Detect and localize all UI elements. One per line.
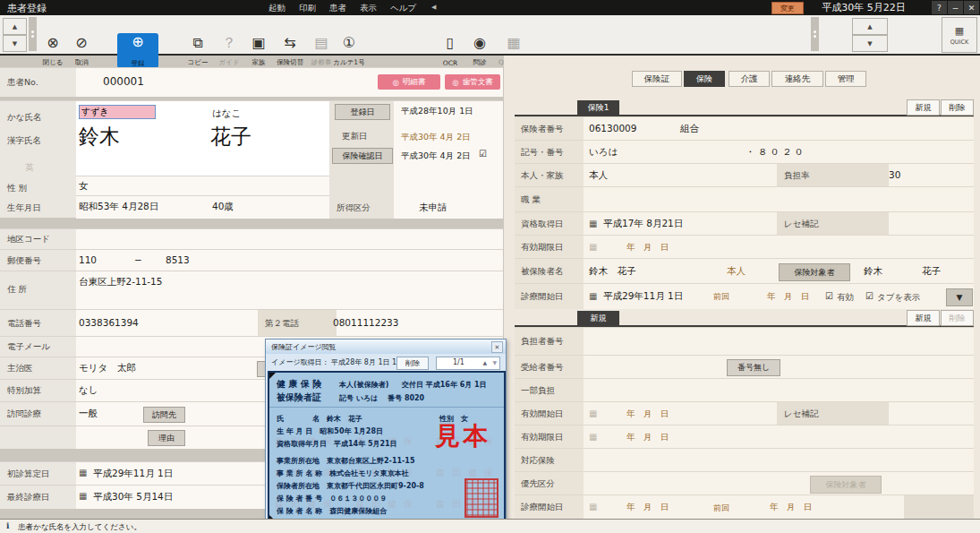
viewer-close-button[interactable]: ✕: [491, 341, 503, 353]
kohi-new-tab[interactable]: 新規: [577, 311, 619, 326]
valid-start-placeholder[interactable]: 年 月 日: [626, 408, 669, 420]
visit-destination-button[interactable]: 訪問先: [143, 407, 185, 423]
pager-up-icon[interactable]: ▲: [482, 359, 487, 365]
kohi-target-button-disabled: 保険対象者: [810, 476, 882, 494]
phone-value[interactable]: 0338361394: [79, 317, 139, 328]
first-visit-date[interactable]: 平成29年11月 1日: [93, 468, 173, 480]
zip2-value[interactable]: 8513: [166, 254, 190, 265]
reason-button[interactable]: 理由: [148, 430, 185, 446]
income-class-value[interactable]: 未申請: [419, 202, 447, 214]
toolbar-splitter-right[interactable]: [811, 17, 819, 51]
insurance-target-button[interactable]: 保険対象者: [779, 263, 850, 281]
insurance-delete-button[interactable]: 削除: [941, 99, 974, 116]
calendar-icon[interactable]: ▦: [589, 242, 597, 252]
english-name-label: 英: [25, 162, 34, 174]
viewer-title-bar[interactable]: 保険証イメージ閲覧 ✕: [266, 340, 506, 354]
kohi-start-placeholder[interactable]: 年 月 日: [626, 502, 669, 513]
self-family-value[interactable]: 本人: [589, 169, 608, 182]
insurer-type-value: 組合: [680, 123, 699, 135]
toolbar-up-button[interactable]: ▲: [852, 18, 888, 35]
tab-hoken-active[interactable]: 保険: [684, 71, 725, 87]
address-value[interactable]: 台東区上野2-11-15: [79, 276, 162, 288]
patient-no-value[interactable]: 000001: [103, 75, 144, 88]
phone-row: 電話番号 0338361394 第２電話 08011112233: [0, 309, 503, 337]
toolbar-copy-button[interactable]: ⧉ コピー: [183, 34, 213, 67]
insurance-confirm-date-button[interactable]: 保険確認日: [332, 148, 393, 164]
insurance1-tab[interactable]: 保険1: [577, 100, 619, 116]
phone2-value[interactable]: 08011112233: [333, 317, 399, 328]
rece-note-label[interactable]: レセ補記: [777, 402, 889, 426]
zip1-value[interactable]: 110: [79, 254, 97, 265]
valid-checkbox[interactable]: ☑: [825, 291, 833, 301]
toolbar-cancel-button[interactable]: ⊘ 取消: [68, 34, 95, 67]
burden-rate-value[interactable]: 30: [889, 169, 900, 180]
tab-renrakusaki[interactable]: 連絡先: [771, 71, 823, 87]
insurance-dropdown-button[interactable]: ▼: [946, 288, 973, 306]
tab-kaigo[interactable]: 介護: [729, 71, 770, 87]
kanji-first-value[interactable]: 花子: [210, 123, 251, 150]
toolbar-karte1-button[interactable]: ① カルテ1号: [329, 34, 369, 67]
tab-kanri[interactable]: 管理: [825, 71, 866, 87]
tab-hokensho[interactable]: 保険証: [632, 71, 682, 87]
toolbar-insurance-switch-button[interactable]: ⇆ 保険切替: [273, 34, 307, 67]
pager-down-icon[interactable]: ▼: [492, 359, 497, 365]
insured-first-name[interactable]: 花子: [922, 265, 941, 278]
registration-date-button[interactable]: 登録日: [335, 104, 390, 120]
toolbar-splitter-left[interactable]: [29, 17, 37, 51]
close-window-button[interactable]: ✕: [964, 1, 979, 14]
sex-value[interactable]: 女: [79, 180, 89, 193]
calendar-icon[interactable]: ▦: [589, 432, 597, 442]
toolbar-interview-button[interactable]: ◉ 問診: [466, 34, 493, 67]
help-button[interactable]: ?: [932, 1, 947, 14]
calendar-icon[interactable]: ▦: [589, 291, 597, 301]
kohi-expiry-placeholder[interactable]: 年 月 日: [626, 432, 669, 443]
show-tab-checkbox[interactable]: ☑: [865, 291, 873, 301]
birth-value[interactable]: 昭和53年 4月28日: [79, 201, 158, 213]
last-treatment-date[interactable]: 平成30年 5月14日: [93, 491, 173, 503]
expiry-date-placeholder[interactable]: 年 月 日: [626, 242, 669, 254]
nav-down-button[interactable]: ▼: [3, 35, 27, 52]
rece-note-label[interactable]: レセ補記: [777, 212, 889, 236]
toolbar-close-button[interactable]: ⊗ 閉じる: [38, 34, 68, 67]
calendar-icon[interactable]: ▦: [589, 408, 597, 418]
menu-hyouji[interactable]: 表示: [360, 3, 377, 14]
menu-help[interactable]: ヘルプ: [390, 3, 416, 14]
special-addition-value[interactable]: なし: [79, 384, 98, 397]
calendar-icon[interactable]: ▦: [589, 502, 597, 512]
kana-last-input[interactable]: [79, 105, 156, 119]
kohi-new-button[interactable]: 新規: [907, 310, 940, 326]
calendar-icon[interactable]: ▦: [589, 219, 597, 228]
symbol-value[interactable]: いろは: [589, 146, 618, 159]
number-value[interactable]: ８０２０: [758, 146, 806, 159]
kana-first-value[interactable]: はなこ: [212, 107, 241, 120]
toolbar-family-button[interactable]: ▣ 家族: [245, 34, 272, 67]
insurance-new-button[interactable]: 新規: [907, 99, 940, 116]
nav-up-button[interactable]: ▲: [3, 18, 27, 35]
calendar-icon[interactable]: ▦: [79, 491, 87, 501]
treatment-start-date[interactable]: 平成29年11月 1日: [603, 290, 683, 303]
insured-name-value[interactable]: 鈴木 花子: [589, 265, 636, 278]
menu-collapse-icon[interactable]: ◀: [431, 4, 436, 11]
viewer-delete-button[interactable]: 削除: [396, 357, 429, 370]
insurance-confirm-checkbox[interactable]: ☑: [479, 149, 487, 159]
toolbar-ocr-button[interactable]: ▯ OCR: [435, 34, 465, 67]
quick-button[interactable]: ▦ QUICK: [942, 17, 977, 53]
home-visit-value[interactable]: 一般: [79, 408, 98, 420]
shikan-document-button[interactable]: ◎歯管文書: [445, 74, 500, 90]
menu-insatsu[interactable]: 印刷: [299, 3, 316, 14]
close-circle-icon: ⊗: [47, 34, 58, 51]
menu-kidou[interactable]: 起動: [268, 3, 285, 14]
insured-last-name[interactable]: 鈴木: [864, 265, 882, 278]
qualification-date-value[interactable]: 平成17年 8月21日: [603, 218, 683, 230]
menu-kanja[interactable]: 患者: [329, 3, 346, 14]
minimize-button[interactable]: −: [948, 1, 963, 14]
insurer-number-value[interactable]: 06130009: [589, 123, 636, 133]
no-number-button[interactable]: 番号無し: [727, 359, 780, 376]
kanji-last-value[interactable]: 鈴木: [79, 123, 120, 150]
toolbar-down-button[interactable]: ▼: [852, 35, 888, 52]
calendar-icon[interactable]: ▦: [79, 468, 87, 477]
income-class-label: 所得区分: [337, 202, 371, 214]
toolbar-register-button[interactable]: ⊕ 登録: [117, 33, 158, 68]
meisaisho-button[interactable]: ◎明細書: [378, 74, 440, 90]
doctor-value[interactable]: モリタ 太郎: [79, 362, 136, 374]
